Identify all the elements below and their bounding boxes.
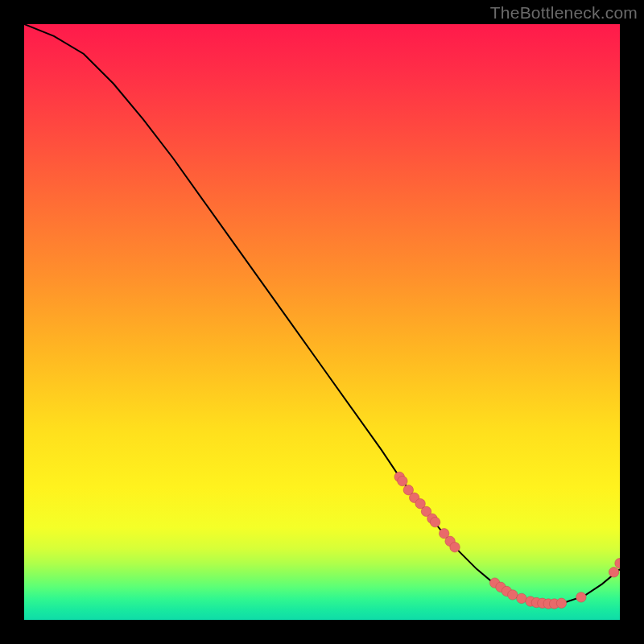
watermark-text: TheBottleneck.com [490, 3, 638, 23]
marker-cluster2 [508, 590, 518, 600]
marker-cluster2 [576, 592, 586, 602]
chart-svg [24, 24, 620, 620]
marker-cluster1 [398, 476, 407, 485]
marker-cluster2 [517, 593, 526, 603]
marker-cluster2 [556, 598, 566, 608]
marker-cluster1 [430, 517, 440, 526]
chart-stage: TheBottleneck.com [0, 0, 644, 644]
marker-cluster1 [450, 543, 460, 552]
gradient-background [24, 24, 620, 620]
plot-area [24, 24, 620, 620]
marker-end [609, 568, 618, 577]
